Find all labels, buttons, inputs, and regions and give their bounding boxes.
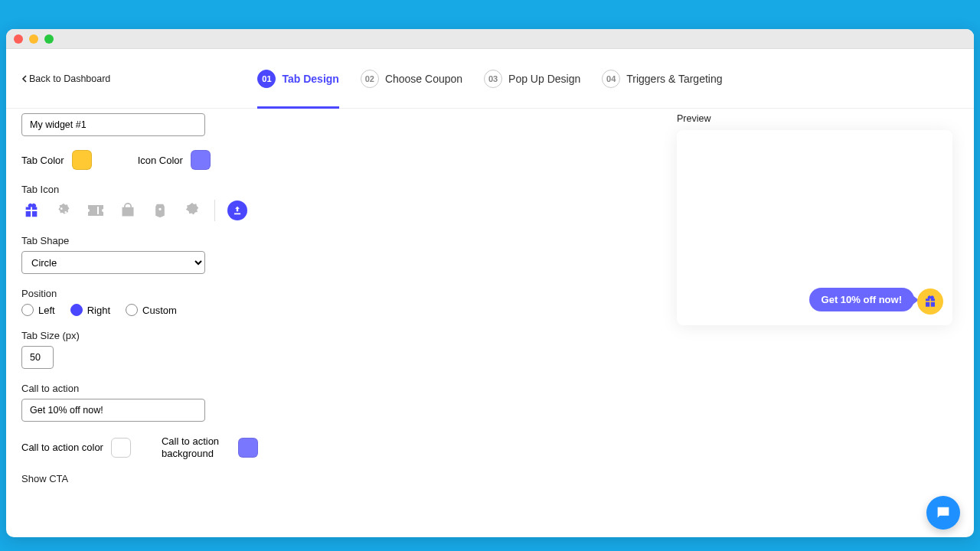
step-choose-coupon[interactable]: 02 Choose Coupon xyxy=(361,70,462,88)
tab-shape-label: Tab Shape xyxy=(21,235,351,246)
window-close-dot[interactable] xyxy=(14,34,23,44)
widget-name-input[interactable] xyxy=(21,113,205,136)
step-label: Triggers & Targeting xyxy=(626,73,722,85)
upload-icon-button[interactable] xyxy=(227,201,247,220)
window-titlebar xyxy=(6,29,974,49)
icon-color-swatch[interactable] xyxy=(191,150,211,170)
tab-icon-gift[interactable] xyxy=(21,201,41,220)
step-number: 02 xyxy=(361,70,379,88)
tab-color-swatch[interactable] xyxy=(72,150,92,170)
step-triggers-targeting[interactable]: 04 Triggers & Targeting xyxy=(602,70,722,88)
window-zoom-dot[interactable] xyxy=(44,34,54,44)
step-number: 04 xyxy=(602,70,620,88)
tab-color-label: Tab Color xyxy=(21,155,64,166)
back-link-label: Back to Dashboard xyxy=(29,73,110,84)
position-radio-left[interactable]: Left xyxy=(21,304,55,316)
step-tab-design[interactable]: 01 Tab Design xyxy=(257,70,338,88)
icon-divider xyxy=(214,200,215,221)
cta-input[interactable] xyxy=(21,399,205,422)
chat-fab[interactable] xyxy=(926,496,960,530)
tab-icon-bag[interactable] xyxy=(118,201,138,220)
tab-icon-sale-badge[interactable] xyxy=(182,201,202,220)
cta-label: Call to action xyxy=(21,383,351,394)
step-label: Pop Up Design xyxy=(508,73,580,85)
tab-shape-select[interactable]: Circle xyxy=(21,251,205,274)
chevron-left-icon xyxy=(21,75,28,83)
position-radio-right[interactable]: Right xyxy=(70,304,110,316)
preview-tab-button xyxy=(917,289,943,315)
step-number: 01 xyxy=(257,70,276,88)
tab-size-label: Tab Size (px) xyxy=(21,330,351,341)
tab-size-input[interactable] xyxy=(21,346,54,369)
position-label: Position xyxy=(21,288,351,299)
tab-icon-tag[interactable] xyxy=(150,201,170,220)
step-label: Tab Design xyxy=(282,73,338,85)
wizard-stepper: Back to Dashboard 01 Tab Design 02 Choos… xyxy=(6,49,974,109)
back-to-dashboard-link[interactable]: Back to Dashboard xyxy=(21,73,110,84)
window-minimize-dot[interactable] xyxy=(29,34,38,44)
tab-icon-label: Tab Icon xyxy=(21,184,351,195)
show-cta-label: Show CTA xyxy=(21,473,351,484)
cta-bg-swatch[interactable] xyxy=(238,438,258,458)
step-number: 03 xyxy=(484,70,502,88)
preview-box: Get 10% off now! xyxy=(677,130,952,325)
preview-cta-bubble: Get 10% off now! xyxy=(809,288,914,311)
step-label: Choose Coupon xyxy=(385,73,462,85)
step-popup-design[interactable]: 03 Pop Up Design xyxy=(484,70,580,88)
cta-color-label: Call to action color xyxy=(21,442,103,453)
cta-bg-label: Call to action background xyxy=(162,435,230,459)
tab-icon-percent-badge[interactable] xyxy=(54,201,74,220)
position-radio-custom[interactable]: Custom xyxy=(126,304,177,316)
preview-label: Preview xyxy=(677,113,952,124)
icon-color-label: Icon Color xyxy=(138,155,183,166)
cta-color-swatch[interactable] xyxy=(111,438,131,458)
tab-icon-coupon[interactable] xyxy=(86,201,106,220)
